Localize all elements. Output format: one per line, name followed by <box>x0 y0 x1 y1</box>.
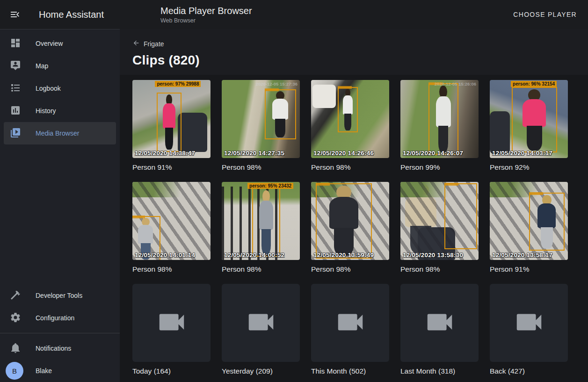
folder-thumbnail[interactable] <box>311 284 389 362</box>
breadcrumb[interactable]: Frigate <box>132 39 164 48</box>
panel-title-block: Media Player Browser Web Browser <box>160 6 252 24</box>
sidebar-item-notifications[interactable]: Notifications <box>4 337 116 360</box>
sidebar-item-label: Developer Tools <box>36 292 82 299</box>
person-top <box>272 99 288 120</box>
folder-thumbnail[interactable] <box>400 284 479 362</box>
avatar: B <box>6 362 23 380</box>
clip-thumbnail[interactable]: 12/05/2020 13:58:17 <box>490 182 568 260</box>
clip-card[interactable]: person: 95% 2343212/05/2020 14:00:52Pers… <box>222 182 300 274</box>
breadcrumb-label: Frigate <box>144 40 164 48</box>
history-chart-icon <box>10 105 21 117</box>
clip-caption: Person 98% <box>222 265 300 274</box>
folder-card[interactable]: This Month (502) <box>311 284 389 375</box>
person-head <box>413 183 429 197</box>
clip-timestamp: 12/05/2020 13:58:17 <box>492 252 552 259</box>
clip-thumbnail[interactable]: 12/05/2020 13:59:49 <box>311 182 389 260</box>
sidebar-divider <box>0 333 120 333</box>
clip-card[interactable]: 12/05/2020 14:26:46Person 98% <box>311 80 389 172</box>
person-top <box>523 99 546 127</box>
clip-card[interactable]: 2020-12-05 15:27:3612/05/2020 14:27:35Pe… <box>222 80 300 172</box>
clip-caption: Person 98% <box>311 265 389 274</box>
folder-caption: Today (164) <box>132 367 211 375</box>
clip-caption: Person 98% <box>311 163 389 172</box>
detection-bbox <box>428 83 458 155</box>
person-bottom <box>410 226 431 254</box>
person-figure <box>258 190 275 254</box>
person-top <box>259 201 273 230</box>
clip-thumbnail[interactable]: 12/05/2020 13:58:30 <box>400 182 479 260</box>
scene-prop <box>490 111 510 154</box>
folder-card[interactable]: Today (164) <box>132 284 211 375</box>
person-top <box>329 197 358 229</box>
video-camera-icon <box>334 306 367 340</box>
hammer-icon <box>10 289 21 302</box>
clip-card[interactable]: 12/05/2020 13:59:49Person 98% <box>311 182 389 274</box>
clip-thumbnail[interactable]: person: 95% 2343212/05/2020 14:00:52 <box>222 182 300 260</box>
clip-timestamp: 12/05/2020 14:00:52 <box>224 252 284 259</box>
sidebar-item-developer-tools[interactable]: Developer Tools <box>4 284 116 307</box>
folder-thumbnail[interactable] <box>132 284 211 362</box>
sidebar-item-logbook[interactable]: Logbook <box>4 77 116 100</box>
sidebar-item-overview[interactable]: Overview <box>4 32 116 55</box>
clip-thumbnail[interactable]: person: 97% 2998812/05/2020 14:38:47 <box>132 80 211 158</box>
choose-player-button[interactable]: CHOOSE PLAYER <box>508 7 581 22</box>
clip-caption: Person 92% <box>490 163 568 172</box>
clip-timestamp: 12/05/2020 14:27:35 <box>224 150 284 157</box>
folder-card[interactable]: Yesterday (209) <box>222 284 300 375</box>
folder-thumbnail[interactable] <box>490 284 568 362</box>
video-camera-icon <box>245 306 277 340</box>
page-title: Clips (820) <box>132 53 588 68</box>
clip-thumbnail[interactable]: 2020-12-05 15:27:3612/05/2020 14:27:35 <box>222 80 300 158</box>
person-bottom <box>261 229 271 255</box>
video-camera-icon <box>155 306 188 340</box>
sidebar-item-label: Media Browser <box>36 130 79 137</box>
person-bottom <box>344 114 351 130</box>
person-bottom <box>165 128 174 150</box>
clip-card[interactable]: person: 97% 2998812/05/2020 14:38:47Pers… <box>132 80 211 172</box>
scene-prop <box>178 113 207 152</box>
clip-card[interactable]: 12/05/2020 14:01:14Person 98% <box>132 182 211 274</box>
sidebar-toggle-button[interactable] <box>9 9 21 20</box>
video-camera-icon <box>423 306 456 340</box>
clip-timestamp: 12/05/2020 14:38:47 <box>135 150 195 157</box>
clip-card[interactable]: person: 96% 3215412/05/2020 14:03:17Pers… <box>490 80 568 172</box>
sidebar-item-map[interactable]: Map <box>4 55 116 77</box>
folder-thumbnail[interactable] <box>222 284 300 362</box>
person-figure <box>342 89 354 130</box>
detection-bbox <box>157 93 181 152</box>
detection-bbox <box>316 183 372 258</box>
detection-mini-label <box>316 183 330 186</box>
person-top <box>138 225 153 244</box>
clip-card[interactable]: 12/05/2020 13:58:30Person 98% <box>400 182 479 274</box>
person-top <box>163 103 175 129</box>
sidebar-item-configuration[interactable]: Configuration <box>4 307 116 329</box>
clip-thumbnail[interactable]: 2020-12-05 15:26:0612/05/2020 14:26:07 <box>400 80 479 158</box>
detection-label: person: 95% 23432 <box>247 183 293 189</box>
clip-timestamp: 12/05/2020 13:59:49 <box>313 252 374 259</box>
clip-card[interactable]: 2020-12-05 15:26:0612/05/2020 14:26:07Pe… <box>400 80 479 172</box>
sidebar: Overview Map Logbook History Media Brows… <box>0 29 120 382</box>
folder-card[interactable]: Last Month (318) <box>400 284 479 375</box>
clip-timestamp: 12/05/2020 13:58:30 <box>403 252 463 259</box>
detection-mini-label <box>132 216 145 218</box>
person-figure <box>271 91 290 137</box>
detection-bbox <box>444 183 477 249</box>
clip-thumbnail[interactable]: 12/05/2020 14:26:46 <box>311 80 389 158</box>
clip-thumbnail[interactable]: 12/05/2020 14:01:14 <box>132 182 211 260</box>
detection-bbox <box>338 87 358 132</box>
sidebar-item-label: Logbook <box>36 85 61 92</box>
folder-card[interactable]: Back (427) <box>490 284 568 375</box>
folder-caption: Yesterday (209) <box>222 367 300 375</box>
sidebar-item-profile[interactable]: B Blake <box>4 360 116 382</box>
clip-caption: Person 98% <box>400 265 479 274</box>
detection-mini-label <box>529 192 543 195</box>
sidebar-item-media-browser[interactable]: Media Browser <box>4 122 116 144</box>
detection-mini-label <box>265 88 279 91</box>
clip-card[interactable]: 12/05/2020 13:58:17Person 91% <box>490 182 568 274</box>
clip-thumbnail[interactable]: person: 96% 3215412/05/2020 14:03:17 <box>490 80 568 158</box>
person-figure <box>162 94 177 150</box>
sidebar-item-label: Notifications <box>36 345 71 352</box>
sidebar-item-history[interactable]: History <box>4 100 116 122</box>
clip-caption: Person 99% <box>400 163 479 172</box>
person-top <box>343 95 353 115</box>
